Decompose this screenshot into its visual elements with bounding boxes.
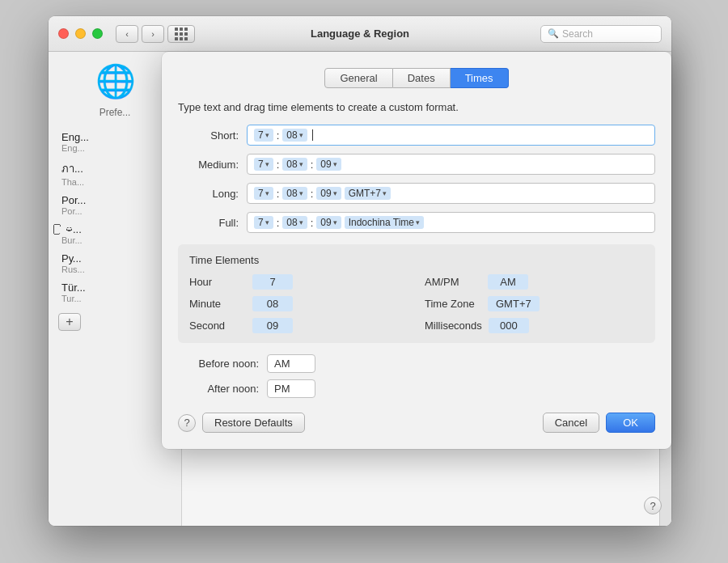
lang-secondary: Bur... (61, 235, 168, 245)
globe-icon: 🌐 (95, 61, 134, 100)
lang-primary: Por... (61, 194, 168, 206)
before-noon-row: Before noon: AM (178, 354, 655, 373)
tab-times[interactable]: Times (451, 68, 509, 88)
grid-icon (175, 28, 188, 40)
hour-dropdown-arrow: ▾ (265, 131, 269, 139)
noon-section: Before noon: AM After noon: PM (178, 354, 655, 398)
search-box[interactable]: 🔍 Search (540, 25, 662, 43)
te-minute-row: Minute 08 (189, 296, 408, 311)
short-format-field[interactable]: 7 ▾ : 08 ▾ (247, 125, 655, 146)
te-ampm-label: AM/PM (425, 276, 481, 288)
dialog-footer: ? Restore Defaults Cancel OK (178, 413, 655, 433)
medium-hour-value: 7 (258, 159, 264, 170)
te-timezone-row: Time Zone GMT+7 (425, 296, 644, 311)
tz-full-dropdown-arrow: ▾ (416, 218, 420, 226)
after-noon-input[interactable]: PM (267, 379, 315, 398)
colon-6: : (277, 217, 280, 229)
te-second-row: Second 09 (189, 318, 408, 333)
lang-primary: မြ... (61, 223, 168, 235)
add-language-button[interactable]: + (58, 313, 81, 331)
colon-7: : (311, 217, 314, 229)
tab-dates[interactable]: Dates (393, 68, 451, 88)
search-placeholder: Search (562, 28, 593, 40)
help-button[interactable]: ? (178, 414, 196, 432)
bottom-help-button[interactable]: ? (644, 497, 662, 514)
colon-3: : (311, 159, 314, 171)
full-timezone-chip[interactable]: Indochina Time ▾ (345, 216, 424, 229)
medium-format-field[interactable]: 7 ▾ : 08 ▾ : 09 ▾ (247, 154, 655, 175)
te-timezone-value[interactable]: GMT+7 (488, 296, 540, 311)
lang-secondary: Por... (61, 206, 168, 216)
lang-primary: ภา... (61, 160, 168, 177)
minimize-button[interactable] (75, 28, 86, 39)
full-second-chip[interactable]: 09 ▾ (316, 216, 341, 229)
back-button[interactable]: ‹ (116, 25, 138, 43)
text-cursor (312, 129, 313, 141)
second-dropdown-arrow: ▾ (333, 160, 337, 168)
hour-dropdown-arrow: ▾ (265, 160, 269, 168)
te-ampm-value[interactable]: AM (488, 274, 528, 290)
te-second-label: Second (189, 320, 246, 332)
list-item[interactable]: Ру... Rus... (52, 249, 178, 277)
tab-general[interactable]: General (324, 68, 392, 88)
te-hour-label: Hour (189, 276, 246, 288)
window-title: Language & Region (311, 28, 409, 40)
list-item[interactable]: ภา... Tha... (52, 157, 178, 190)
close-button[interactable] (58, 28, 69, 39)
before-noon-input[interactable]: AM (267, 354, 315, 373)
long-hour-chip[interactable]: 7 ▾ (254, 187, 273, 200)
lang-secondary: Eng... (61, 143, 168, 153)
long-second-chip[interactable]: 09 ▾ (316, 187, 341, 200)
medium-format-row: Medium: 7 ▾ : 08 ▾ : 09 ▾ (178, 154, 655, 175)
short-hour-value: 7 (258, 129, 264, 141)
te-ms-value[interactable]: 000 (489, 318, 529, 333)
restore-defaults-button[interactable]: Restore Defaults (202, 413, 305, 433)
medium-label: Medium: (178, 159, 239, 171)
full-minute-value: 08 (286, 217, 297, 228)
forward-button[interactable]: › (142, 25, 164, 43)
minute-dropdown-arrow: ▾ (299, 189, 303, 197)
full-hour-chip[interactable]: 7 ▾ (254, 216, 273, 229)
full-timezone-value: Indochina Time (349, 217, 414, 228)
te-second-value[interactable]: 09 (252, 318, 293, 333)
list-item[interactable]: Eng... Eng... (52, 128, 178, 156)
short-minute-chip[interactable]: 08 ▾ (282, 129, 307, 142)
full-minute-chip[interactable]: 08 ▾ (282, 216, 307, 229)
long-second-value: 09 (320, 188, 331, 199)
te-timezone-label: Time Zone (425, 298, 481, 310)
ok-button[interactable]: OK (606, 413, 655, 433)
window: ‹ › Language & Region 🔍 Search 🌐 Prefe..… (49, 16, 671, 526)
after-noon-row: After noon: PM (178, 379, 655, 398)
long-minute-chip[interactable]: 08 ▾ (282, 187, 307, 200)
lang-secondary: Tha... (61, 177, 168, 187)
nav-buttons: ‹ › (116, 25, 164, 43)
time-elements-section: Time Elements Hour 7 Minute 08 Second 09 (178, 244, 655, 343)
medium-hour-chip[interactable]: 7 ▾ (254, 158, 273, 171)
te-hour-value[interactable]: 7 (252, 274, 293, 290)
cancel-button[interactable]: Cancel (543, 413, 599, 433)
hour-dropdown-arrow: ▾ (265, 218, 269, 226)
long-format-row: Long: 7 ▾ : 08 ▾ : 09 ▾ GMT+7 ▾ (178, 183, 655, 204)
medium-minute-chip[interactable]: 08 ▾ (282, 158, 307, 171)
lang-secondary: Rus... (61, 265, 168, 274)
full-format-field[interactable]: 7 ▾ : 08 ▾ : 09 ▾ Indochina Time ▾ (247, 212, 655, 233)
long-hour-value: 7 (258, 188, 264, 199)
long-timezone-chip[interactable]: GMT+7 ▾ (345, 187, 391, 200)
te-minute-value[interactable]: 08 (252, 296, 293, 311)
colon-2: : (277, 159, 280, 171)
hour-dropdown-arrow: ▾ (265, 189, 269, 197)
second-dropdown-arrow: ▾ (333, 218, 337, 226)
lang-secondary: Tur... (61, 294, 168, 303)
short-hour-chip[interactable]: 7 ▾ (254, 129, 273, 142)
short-format-row: Short: 7 ▾ : 08 ▾ (178, 125, 655, 146)
list-item[interactable]: Tür... Tur... (52, 278, 178, 307)
tab-bar: General Dates Times (178, 68, 655, 88)
maximize-button[interactable] (92, 28, 103, 39)
short-label: Short: (178, 129, 239, 142)
long-format-field[interactable]: 7 ▾ : 08 ▾ : 09 ▾ GMT+7 ▾ (247, 183, 655, 204)
grid-button[interactable] (167, 25, 195, 43)
list-item[interactable]: Por... Por... (52, 191, 178, 219)
medium-second-chip[interactable]: 09 ▾ (316, 158, 341, 171)
colon-1: : (277, 129, 280, 142)
list-item[interactable]: မြ... Bur... (52, 220, 178, 248)
